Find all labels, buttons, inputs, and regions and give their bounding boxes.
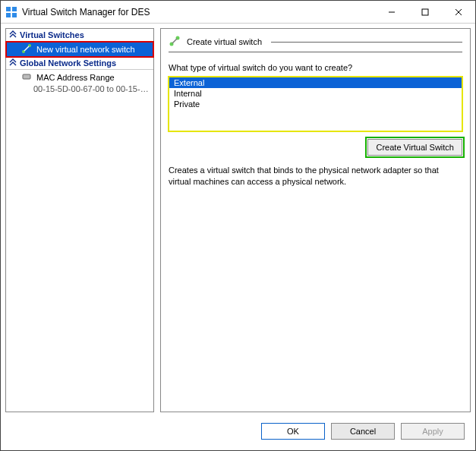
svg-line-14	[172, 39, 177, 43]
app-icon	[5, 6, 17, 18]
tree-item-label: MAC Address Range	[36, 73, 115, 82]
panes: Virtual Switches New virtual network swi…	[5, 28, 471, 412]
nic-icon	[21, 71, 32, 84]
svg-line-10	[24, 46, 29, 51]
svg-rect-5	[422, 9, 428, 15]
tree-section-label: Global Network Settings	[20, 58, 116, 68]
svg-rect-1	[12, 7, 17, 11]
create-row: Create Virtual Switch	[169, 139, 462, 156]
dialog-footer: OK Cancel Apply	[5, 417, 471, 446]
tree-item-new-virtual-switch[interactable]: New virtual network switch	[6, 42, 153, 57]
tree-section-global-network[interactable]: Global Network Settings	[6, 57, 153, 70]
svg-rect-2	[6, 13, 11, 17]
switch-type-private[interactable]: Private	[169, 99, 462, 109]
chevron-up-icon	[9, 58, 17, 68]
content-pane: Create virtual switch What type of virtu…	[160, 28, 471, 412]
tree-item-mac-range[interactable]: MAC Address Range	[6, 70, 153, 84]
titlebar: Virtual Switch Manager for DES	[1, 1, 475, 24]
minimize-button[interactable]	[375, 2, 408, 23]
create-virtual-switch-button[interactable]: Create Virtual Switch	[367, 139, 462, 156]
ok-button[interactable]: OK	[261, 423, 325, 440]
switch-type-external[interactable]: External	[169, 77, 462, 88]
heading-underline	[169, 52, 462, 52]
tree-section-virtual-switches[interactable]: Virtual Switches	[6, 29, 153, 42]
body: Virtual Switches New virtual network swi…	[1, 24, 475, 450]
mac-range-value: 00-15-5D-00-67-00 to 00-15-5D-0…	[6, 84, 153, 95]
close-button[interactable]	[442, 2, 475, 23]
switch-type-internal[interactable]: Internal	[169, 88, 462, 99]
content-heading: Create virtual switch	[187, 37, 262, 46]
svg-rect-3	[12, 13, 17, 17]
switch-type-description: Creates a virtual switch that binds to t…	[169, 165, 462, 188]
tree-pane: Virtual Switches New virtual network swi…	[5, 28, 154, 412]
tree-section-label: Virtual Switches	[20, 30, 84, 39]
switch-type-list[interactable]: External Internal Private	[169, 77, 462, 131]
content-heading-row: Create virtual switch	[169, 35, 462, 52]
window-root: Virtual Switch Manager for DES Virtual S…	[0, 0, 476, 451]
window-controls	[375, 2, 475, 23]
tree-item-label: New virtual network switch	[36, 45, 135, 54]
switch-icon	[21, 43, 32, 55]
maximize-button[interactable]	[408, 2, 442, 23]
heading-rule	[271, 42, 462, 43]
cancel-button[interactable]: Cancel	[331, 423, 395, 440]
svg-rect-11	[23, 74, 30, 79]
switch-type-prompt: What type of virtual switch do you want …	[169, 63, 462, 72]
svg-rect-0	[6, 7, 11, 11]
chevron-up-icon	[9, 30, 17, 39]
switch-icon	[169, 35, 181, 49]
window-title: Virtual Switch Manager for DES	[22, 7, 375, 17]
apply-button: Apply	[401, 423, 465, 440]
